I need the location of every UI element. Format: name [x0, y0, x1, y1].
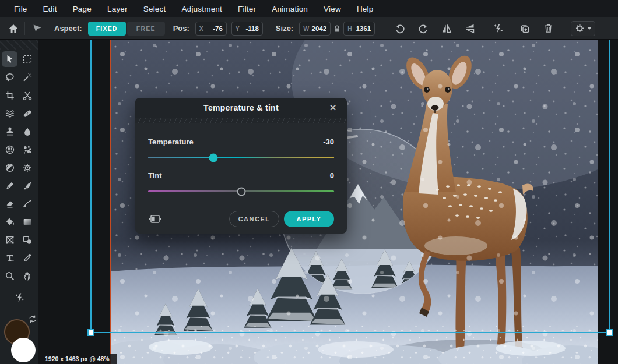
- dodge-burn-icon: [5, 162, 15, 173]
- temperature-slider[interactable]: [148, 157, 334, 158]
- tool-dodge-burn[interactable]: [2, 160, 17, 175]
- tint-slider[interactable]: [148, 190, 334, 192]
- menu-edit[interactable]: Edit: [43, 5, 57, 13]
- tool-blur[interactable]: [19, 123, 35, 139]
- tool-auto-fix[interactable]: [11, 289, 27, 305]
- tool-heal[interactable]: [19, 105, 35, 121]
- selection-handle-bottom-right[interactable]: [606, 329, 613, 336]
- bandage-icon: [22, 108, 33, 119]
- size-lock-button[interactable]: [333, 24, 341, 33]
- size-w-input[interactable]: [311, 25, 326, 32]
- tool-eraser[interactable]: [2, 196, 17, 211]
- scissors-icon: [22, 90, 33, 101]
- cancel-button[interactable]: CANCEL: [229, 211, 279, 227]
- temperature-label: Temperature: [148, 137, 194, 146]
- tool-options-bar: Aspect: FIXED FREE Pos: X Y Size: W H: [0, 17, 618, 40]
- apply-button[interactable]: APPLY: [284, 211, 334, 227]
- brush-icon: [22, 181, 33, 191]
- tool-ink[interactable]: [19, 196, 35, 211]
- tool-fill[interactable]: [2, 214, 17, 229]
- menu-view[interactable]: View: [324, 5, 341, 13]
- size-w-axis-label: W: [303, 25, 309, 32]
- tool-gradient[interactable]: [19, 214, 35, 229]
- sun-gear-icon: [22, 162, 33, 173]
- size-h-field[interactable]: H: [343, 22, 375, 36]
- tool-hand[interactable]: [19, 268, 35, 284]
- pos-x-input[interactable]: [206, 25, 223, 32]
- stamp-icon: [5, 126, 15, 137]
- tool-cut-out[interactable]: [19, 87, 35, 103]
- compare-before-after-button[interactable]: [148, 211, 162, 227]
- home-button[interactable]: [5, 20, 22, 37]
- tool-lasso-select[interactable]: [2, 69, 17, 85]
- undo-button[interactable]: [391, 20, 409, 37]
- undo-icon: [394, 23, 406, 34]
- pen-icon: [5, 181, 15, 191]
- tool-shape[interactable]: [19, 232, 35, 248]
- menu-filter[interactable]: Filter: [238, 5, 256, 13]
- size-h-input[interactable]: [354, 25, 371, 32]
- trash-icon: [543, 23, 554, 34]
- tool-arrange[interactable]: [2, 51, 17, 67]
- tint-value: 0: [330, 171, 334, 180]
- selection-handle-bottom-left[interactable]: [87, 329, 94, 336]
- menu-page[interactable]: Page: [73, 5, 92, 13]
- tool-clone[interactable]: [2, 123, 17, 139]
- flip-vertical-icon: [464, 23, 476, 34]
- tool-pen[interactable]: [2, 178, 17, 193]
- redo-button[interactable]: [415, 20, 432, 37]
- text-icon: [5, 253, 15, 263]
- tool-color-picker[interactable]: [19, 250, 35, 266]
- menu-adjustment[interactable]: Adjustment: [181, 5, 222, 13]
- tool-dither[interactable]: [19, 142, 35, 157]
- settings-menu-button[interactable]: [571, 21, 595, 36]
- tool-sharpen[interactable]: [19, 160, 35, 175]
- tool-text[interactable]: [2, 250, 17, 266]
- tool-crop[interactable]: [2, 87, 17, 103]
- tint-slider-thumb[interactable]: [237, 187, 245, 196]
- dialog-close-button[interactable]: ×: [325, 100, 341, 116]
- menu-animation[interactable]: Animation: [272, 5, 308, 13]
- redo-icon: [417, 23, 429, 34]
- duplicate-button[interactable]: [516, 20, 533, 37]
- gradient-icon: [22, 217, 33, 227]
- aspect-free-button[interactable]: FREE: [127, 22, 165, 36]
- pos-y-input[interactable]: [242, 25, 259, 32]
- shape-icon: [22, 235, 33, 245]
- fill-bucket-icon: [5, 217, 15, 227]
- tool-sidebar: [0, 40, 38, 364]
- selection-bottom-edge[interactable]: [91, 332, 610, 333]
- tool-marquee-select[interactable]: [19, 51, 35, 67]
- temperature-slider-thumb[interactable]: [209, 153, 217, 162]
- tool-draw[interactable]: [19, 178, 35, 193]
- compare-icon: [148, 212, 162, 226]
- active-tool-button[interactable]: [29, 20, 46, 37]
- size-w-field[interactable]: W: [299, 22, 331, 36]
- delete-button[interactable]: [539, 20, 557, 37]
- menu-layer[interactable]: Layer: [107, 5, 128, 13]
- menu-help[interactable]: Help: [357, 5, 374, 13]
- selection-left-edge[interactable]: [90, 40, 92, 333]
- flip-horizontal-button[interactable]: [438, 20, 455, 37]
- crop-icon: [5, 90, 15, 101]
- auto-enhance-button[interactable]: [489, 20, 507, 37]
- aspect-fixed-button[interactable]: FIXED: [88, 22, 126, 36]
- pos-x-axis-label: X: [199, 25, 203, 32]
- menu-select[interactable]: Select: [143, 5, 166, 13]
- pos-y-field[interactable]: Y: [231, 22, 263, 36]
- aspect-toggle: FIXED FREE: [88, 22, 165, 36]
- tool-wand-select[interactable]: [19, 69, 35, 85]
- background-color-swatch[interactable]: [11, 338, 36, 362]
- tool-zoom[interactable]: [2, 268, 17, 284]
- selection-right-edge[interactable]: [609, 40, 610, 333]
- swap-colors-icon[interactable]: [28, 314, 37, 324]
- menu-file[interactable]: File: [14, 5, 27, 13]
- pos-x-field[interactable]: X: [195, 22, 227, 36]
- dialog-title-bar[interactable]: Temperature & tint ×: [135, 98, 347, 118]
- tool-distort[interactable]: [2, 232, 17, 248]
- tool-liquify[interactable]: [2, 105, 17, 121]
- aspect-label: Aspect:: [54, 24, 82, 33]
- lock-icon: [333, 24, 341, 33]
- flip-vertical-button[interactable]: [461, 20, 479, 37]
- tool-pixelate[interactable]: [2, 142, 17, 157]
